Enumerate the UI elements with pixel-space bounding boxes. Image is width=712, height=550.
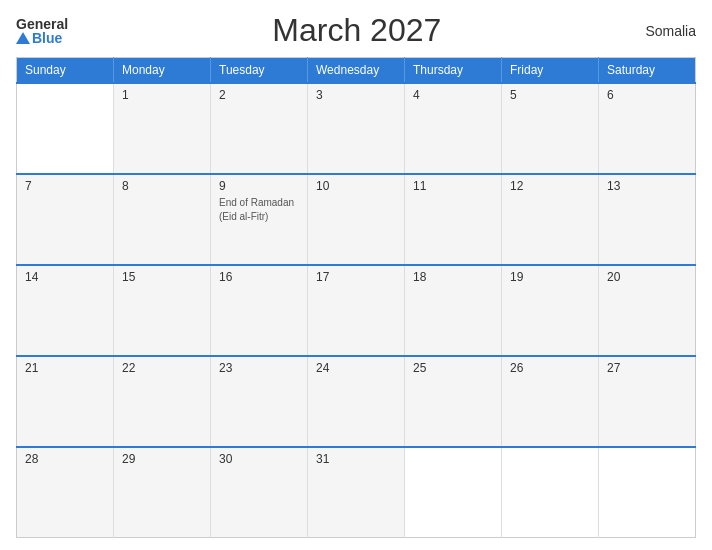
col-saturday: Saturday [599, 58, 696, 84]
calendar-day-cell: 7 [17, 174, 114, 265]
day-number: 12 [510, 179, 590, 193]
day-number: 29 [122, 452, 202, 466]
col-monday: Monday [114, 58, 211, 84]
calendar-day-cell: 27 [599, 356, 696, 447]
calendar-day-cell: 11 [405, 174, 502, 265]
calendar-day-cell [502, 447, 599, 538]
day-number: 7 [25, 179, 105, 193]
calendar-week-row: 28293031 [17, 447, 696, 538]
calendar-day-cell: 25 [405, 356, 502, 447]
calendar-week-row: 123456 [17, 83, 696, 174]
logo-triangle-icon [16, 32, 30, 44]
calendar-day-cell: 31 [308, 447, 405, 538]
calendar-day-cell: 10 [308, 174, 405, 265]
col-friday: Friday [502, 58, 599, 84]
calendar-day-cell: 18 [405, 265, 502, 356]
day-number: 16 [219, 270, 299, 284]
calendar-day-cell: 20 [599, 265, 696, 356]
calendar-day-cell: 1 [114, 83, 211, 174]
calendar-day-cell: 9End of Ramadan (Eid al-Fitr) [211, 174, 308, 265]
calendar-day-cell: 19 [502, 265, 599, 356]
day-number: 1 [122, 88, 202, 102]
day-number: 9 [219, 179, 299, 193]
calendar-week-row: 14151617181920 [17, 265, 696, 356]
day-number: 6 [607, 88, 687, 102]
day-number: 26 [510, 361, 590, 375]
calendar-day-cell: 8 [114, 174, 211, 265]
col-thursday: Thursday [405, 58, 502, 84]
calendar-day-cell [405, 447, 502, 538]
calendar-header-row: Sunday Monday Tuesday Wednesday Thursday… [17, 58, 696, 84]
day-number: 25 [413, 361, 493, 375]
col-sunday: Sunday [17, 58, 114, 84]
calendar-day-cell: 29 [114, 447, 211, 538]
day-number: 23 [219, 361, 299, 375]
calendar-day-cell: 16 [211, 265, 308, 356]
day-number: 31 [316, 452, 396, 466]
calendar-day-cell: 26 [502, 356, 599, 447]
day-number: 19 [510, 270, 590, 284]
logo-general-text: General [16, 17, 68, 31]
calendar-day-cell: 28 [17, 447, 114, 538]
day-number: 21 [25, 361, 105, 375]
logo-blue-row: Blue [16, 31, 62, 45]
calendar-day-cell: 24 [308, 356, 405, 447]
day-number: 17 [316, 270, 396, 284]
calendar-week-row: 21222324252627 [17, 356, 696, 447]
col-tuesday: Tuesday [211, 58, 308, 84]
calendar-day-cell: 3 [308, 83, 405, 174]
day-number: 20 [607, 270, 687, 284]
calendar-day-cell [599, 447, 696, 538]
calendar-title: March 2027 [272, 12, 441, 49]
day-number: 11 [413, 179, 493, 193]
event-label: End of Ramadan (Eid al-Fitr) [219, 197, 294, 222]
country-label: Somalia [645, 23, 696, 39]
day-number: 14 [25, 270, 105, 284]
day-number: 30 [219, 452, 299, 466]
calendar-day-cell: 21 [17, 356, 114, 447]
calendar-day-cell: 6 [599, 83, 696, 174]
calendar-day-cell: 14 [17, 265, 114, 356]
col-wednesday: Wednesday [308, 58, 405, 84]
calendar-day-cell: 22 [114, 356, 211, 447]
day-number: 5 [510, 88, 590, 102]
day-number: 13 [607, 179, 687, 193]
day-number: 2 [219, 88, 299, 102]
day-number: 10 [316, 179, 396, 193]
calendar-day-cell: 4 [405, 83, 502, 174]
day-number: 24 [316, 361, 396, 375]
calendar-day-cell: 23 [211, 356, 308, 447]
calendar-day-cell: 5 [502, 83, 599, 174]
day-number: 15 [122, 270, 202, 284]
calendar-day-cell: 30 [211, 447, 308, 538]
logo-blue-text: Blue [32, 31, 62, 45]
calendar-day-cell [17, 83, 114, 174]
calendar-week-row: 789End of Ramadan (Eid al-Fitr)10111213 [17, 174, 696, 265]
day-number: 27 [607, 361, 687, 375]
calendar-day-cell: 13 [599, 174, 696, 265]
day-number: 4 [413, 88, 493, 102]
day-number: 3 [316, 88, 396, 102]
logo: General Blue [16, 17, 68, 45]
day-number: 8 [122, 179, 202, 193]
header: General Blue March 2027 Somalia [16, 12, 696, 49]
calendar-table: Sunday Monday Tuesday Wednesday Thursday… [16, 57, 696, 538]
calendar-day-cell: 2 [211, 83, 308, 174]
calendar-day-cell: 15 [114, 265, 211, 356]
day-number: 28 [25, 452, 105, 466]
page: General Blue March 2027 Somalia Sunday M… [0, 0, 712, 550]
calendar-day-cell: 12 [502, 174, 599, 265]
calendar-day-cell: 17 [308, 265, 405, 356]
day-number: 18 [413, 270, 493, 284]
day-number: 22 [122, 361, 202, 375]
